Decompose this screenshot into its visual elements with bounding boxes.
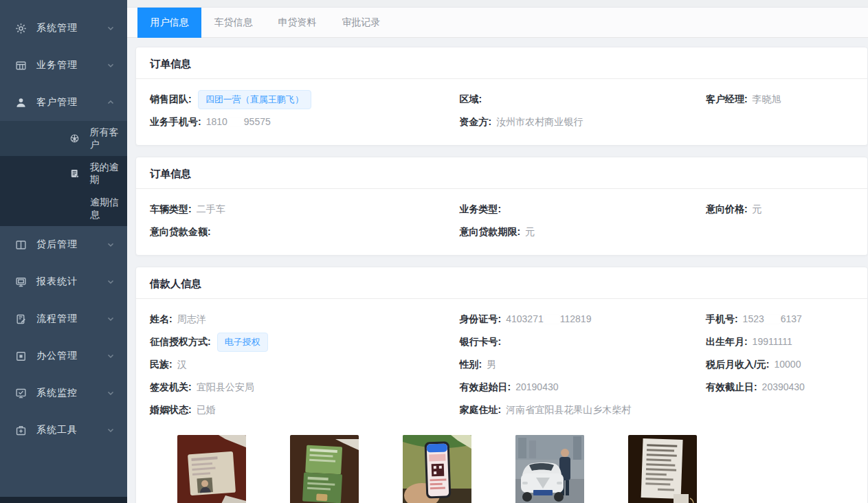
sidebar-item-label: 贷后管理 bbox=[36, 238, 107, 251]
sidebar-item-label: 办公管理 bbox=[36, 350, 107, 362]
tab-loan-application-docs[interactable]: 申贷资料 bbox=[265, 8, 329, 38]
redaction-block bbox=[765, 315, 780, 324]
photo-handwritten-document[interactable] bbox=[628, 435, 697, 503]
flow-icon bbox=[15, 313, 27, 325]
field-issuing-authority: 签发机关:宜阳县公安局 bbox=[150, 381, 460, 394]
sidebar-item-label: 报表统计 bbox=[36, 276, 107, 288]
field-home-address: 家庭住址:河南省宜阳县花果山乡木柴村 bbox=[460, 404, 706, 416]
card-header: 订单信息 bbox=[136, 47, 867, 79]
sidebar-item-system-management[interactable]: 系统管理 bbox=[0, 10, 127, 47]
field-marital-status: 婚姻状态:已婚 bbox=[150, 404, 460, 416]
sidebar-item-business-management[interactable]: 业务管理 bbox=[0, 47, 127, 84]
photo-credit-auth-qr[interactable] bbox=[403, 435, 471, 503]
field-vehicle-type: 车辆类型:二手车 bbox=[150, 203, 460, 216]
sidebar-item-all-customers[interactable]: 所有客户 bbox=[0, 121, 127, 156]
card-title: 借款人信息 bbox=[150, 278, 201, 289]
photo-id-card[interactable] bbox=[177, 435, 246, 503]
field-valid-to: 有效截止日:20390430 bbox=[706, 381, 854, 394]
photo-item: 征信授权 bbox=[403, 435, 471, 503]
user-icon bbox=[15, 97, 27, 109]
sidebar-item-system-tools[interactable]: 系统工具 bbox=[0, 412, 127, 449]
chevron-up-icon bbox=[107, 98, 115, 107]
order-info-card: 订单信息 销售团队:四团一营（直属王鹏飞） 区域: 客户经理:李晓旭 bbox=[135, 47, 868, 146]
top-strip bbox=[127, 0, 868, 8]
grid-icon bbox=[15, 60, 27, 71]
sidebar-item-process-management[interactable]: 流程管理 bbox=[0, 300, 127, 337]
customer-management-submenu: 所有客户 我的逾期 逾期信息 bbox=[0, 121, 127, 226]
sidebar-item-office-management[interactable]: 办公管理 bbox=[0, 337, 127, 375]
sidebar-item-label: 系统工具 bbox=[36, 424, 107, 436]
field-credit-auth-method: 征信授权方式:电子授权 bbox=[150, 333, 460, 352]
chevron-down-icon bbox=[107, 352, 115, 360]
chevron-down-icon bbox=[107, 389, 115, 397]
card-header: 借款人信息 bbox=[136, 267, 867, 299]
field-account-manager: 客户经理:李晓旭 bbox=[706, 93, 854, 106]
tab-approval-records[interactable]: 审批记录 bbox=[329, 8, 393, 38]
chevron-down-icon bbox=[107, 24, 115, 32]
office-icon bbox=[15, 350, 27, 362]
tools-icon bbox=[15, 425, 27, 436]
sidebar-item-system-monitor[interactable]: 系统监控 bbox=[0, 375, 127, 412]
sidebar-item-label: 逾期信息 bbox=[90, 197, 127, 221]
sidebar-item-label: 流程管理 bbox=[36, 313, 107, 325]
sidebar-item-label: 客户管理 bbox=[36, 96, 107, 109]
chevron-down-icon bbox=[107, 278, 115, 286]
card-title: 订单信息 bbox=[150, 168, 191, 179]
sales-team-tag[interactable]: 四团一营（直属王鹏飞） bbox=[198, 90, 311, 109]
sidebar-item-customer-management[interactable]: 客户管理 bbox=[0, 84, 127, 121]
redaction-block bbox=[544, 315, 559, 324]
sidebar-item-label: 我的逾期 bbox=[90, 161, 127, 186]
sidebar-item-overdue-info[interactable]: 逾期信息 bbox=[0, 191, 127, 226]
book-icon bbox=[15, 239, 27, 251]
field-name: 姓名:周志洋 bbox=[150, 313, 460, 326]
sidebar-item-label: 所有客户 bbox=[90, 126, 127, 151]
monitor-icon bbox=[15, 276, 27, 288]
photo-item: 其他材料 bbox=[628, 435, 697, 503]
users-icon bbox=[69, 133, 80, 144]
card-title: 订单信息 bbox=[150, 58, 191, 69]
field-business-phone: 业务手机号:181095575 bbox=[150, 116, 460, 128]
sidebar-nav: 系统管理 业务管理 客户管理 bbox=[0, 0, 127, 503]
sidebar-item-report-statistics[interactable]: 报表统计 bbox=[0, 263, 127, 300]
sidebar-item-label: 系统管理 bbox=[36, 22, 107, 34]
sidebar-item-label: 系统监控 bbox=[36, 387, 107, 399]
field-sales-team: 销售团队:四团一营（直属王鹏飞） bbox=[150, 90, 460, 109]
card-header: 订单信息 bbox=[136, 157, 867, 189]
field-intent-price: 意向价格:元 bbox=[706, 203, 854, 216]
chevron-down-icon bbox=[107, 241, 115, 249]
chevron-down-icon bbox=[107, 315, 115, 323]
redaction-block bbox=[228, 118, 243, 126]
monitor-check-icon bbox=[15, 388, 27, 399]
photo-item: 人车合影 bbox=[515, 435, 584, 503]
sidebar-footer-strip bbox=[0, 497, 127, 503]
tab-car-loan-info[interactable]: 车贷信息 bbox=[201, 8, 265, 38]
photo-person-with-car[interactable] bbox=[515, 435, 584, 503]
field-gender: 性别:男 bbox=[460, 359, 706, 371]
field-phone: 手机号:15236137 bbox=[706, 313, 854, 326]
field-id-number: 身份证号:4103271112819 bbox=[460, 313, 706, 326]
loan-intent-card: 订单信息 车辆类型:二手车 业务类型: 意向价格:元 bbox=[135, 157, 868, 256]
field-intent-loan-term: 意向贷款期限:元 bbox=[460, 226, 706, 238]
detail-tabbar: 用户信息 车贷信息 申贷资料 审批记录 bbox=[127, 8, 868, 38]
content-scroll-area[interactable]: 订单信息 销售团队:四团一营（直属王鹏飞） 区域: 客户经理:李晓旭 bbox=[127, 38, 868, 503]
photo-driver-license[interactable] bbox=[290, 435, 359, 503]
credit-auth-tag[interactable]: 电子授权 bbox=[217, 333, 268, 352]
chevron-down-icon bbox=[107, 61, 115, 69]
field-monthly-income: 税后月收入/元:10000 bbox=[706, 359, 854, 371]
chevron-down-icon bbox=[107, 426, 115, 434]
notebook-icon bbox=[69, 168, 80, 179]
field-ethnicity: 民族:汉 bbox=[150, 359, 460, 371]
sidebar-item-my-overdue[interactable]: 我的逾期 bbox=[0, 156, 127, 191]
sidebar-item-postloan-management[interactable]: 贷后管理 bbox=[0, 226, 127, 263]
app-window: 系统管理 业务管理 客户管理 bbox=[0, 0, 868, 503]
field-valid-from: 有效起始日:20190430 bbox=[460, 381, 706, 394]
photo-item: 驾驶证副本 bbox=[290, 435, 359, 503]
field-bank-card: 银行卡号: bbox=[460, 336, 706, 348]
attachment-photos: 身份证 bbox=[177, 435, 854, 503]
sidebar-item-label: 业务管理 bbox=[36, 59, 107, 71]
tab-user-info[interactable]: 用户信息 bbox=[137, 8, 201, 38]
field-region: 区域: bbox=[460, 93, 706, 106]
field-birth-date: 出生年月:19911111 bbox=[706, 336, 854, 348]
main-area: 用户信息 车贷信息 申贷资料 审批记录 订单信息 销售团队:四团一营（直属王鹏飞… bbox=[127, 0, 868, 503]
borrower-info-card: 借款人信息 姓名:周志洋 身份证号:4103271112819 手机号:1523… bbox=[135, 267, 868, 503]
